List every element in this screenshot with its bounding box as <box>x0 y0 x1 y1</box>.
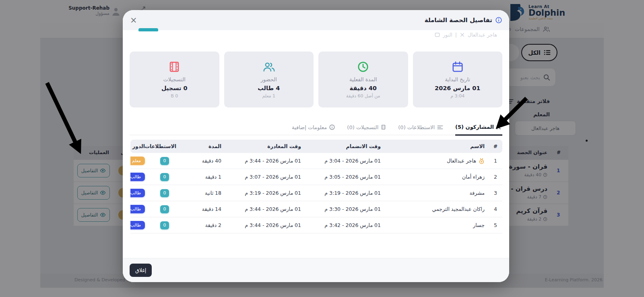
stat-label: الحضور <box>261 76 277 82</box>
col-leave: وقت المغادرة <box>225 140 305 153</box>
col-polls: الاستطلاعات <box>149 140 180 153</box>
tab-extra-info[interactable]: معلومات إضافية <box>292 124 335 135</box>
participant-name-cell: مشرفة <box>389 190 485 196</box>
col-num: # <box>489 140 502 153</box>
participant-num: 4 <box>489 201 502 217</box>
participant-num: 2 <box>489 169 502 185</box>
participant-join: 01 مارس 2026 - 3:30 م <box>305 201 385 217</box>
stat-value: 4 طالب <box>258 85 280 91</box>
screen: Support-Rehab مسؤول Learn At Dolphin منص… <box>0 0 644 297</box>
stat-card-recordings: التسجيلات 0 تسجيل 0 B <box>130 52 219 107</box>
film-small-icon <box>381 124 386 130</box>
participant-name: راكان عبدالمجيد الترجمي <box>432 206 485 212</box>
role-badge: طالب <box>130 221 145 229</box>
participant-leave: 01 مارس 2026 - 3:44 م <box>225 201 305 217</box>
modal-header: تفاصيل الحصة الشاملة × <box>123 10 509 30</box>
stat-card-attendance: الحضور 4 طالب 1 معلم <box>224 52 314 107</box>
film-icon <box>168 61 180 73</box>
stat-sub: 1 معلم <box>262 93 275 99</box>
participant-name-cell: راكان عبدالمجيد الترجمي <box>389 206 485 212</box>
stat-value: 0 تسجيل <box>161 85 188 91</box>
stat-sub: من أصل 60 دقيقة <box>346 93 380 99</box>
stat-label: التسجيلات <box>163 76 186 82</box>
close-button[interactable]: إغلاق <box>130 264 152 277</box>
calendar-icon <box>452 61 464 73</box>
user-icon <box>460 32 465 37</box>
close-icon[interactable]: × <box>130 16 137 25</box>
modal-title: تفاصيل الحصة الشاملة <box>425 16 492 24</box>
tab-label: التسجيلات (0) <box>347 124 378 130</box>
modal-tabs: المشاركون (5) الاستطلاعات (0) التسجيلات … <box>130 124 502 135</box>
participant-num: 5 <box>489 217 502 233</box>
participant-join: 01 مارس 2026 - 3:19 م <box>305 185 385 201</box>
participant-join: 01 مارس 2026 - 3:42 م <box>305 217 385 233</box>
participant-join: 01 مارس 2026 - 3:04 م <box>305 153 385 169</box>
col-duration: المدة <box>180 140 225 153</box>
participant-leave: 01 مارس 2026 - 3:19 م <box>225 185 305 201</box>
tab-participants[interactable]: المشاركون (5) <box>455 124 502 136</box>
participant-row: 3 مشرفة 01 مارس 2026 - 3:19 م 01 مارس 20… <box>130 185 502 201</box>
participant-name: جسار <box>473 222 485 228</box>
participant-duration: 14 دقيقة <box>180 201 225 217</box>
col-join: وقت الانضمام <box>305 140 385 153</box>
subtitle-separator: | <box>455 32 457 38</box>
stat-card-actual-duration: المدة الفعلية 40 دقيقة من أصل 60 دقيقة <box>318 52 408 107</box>
participants-header-row: # الاسم وقت الانضمام وقت المغادرة المدة … <box>130 140 502 153</box>
participants-table: # الاسم وقت الانضمام وقت المغادرة المدة … <box>130 140 502 233</box>
users-icon <box>262 61 275 73</box>
role-badge: طالب <box>130 189 145 197</box>
participant-leave: 01 مارس 2026 - 3:44 م <box>225 153 305 169</box>
participant-duration: 40 دقيقة <box>180 153 225 169</box>
participant-row: 2 زهراء أمان 01 مارس 2026 - 3:05 م 01 ما… <box>130 169 502 185</box>
participant-name-cell: زهراء أمان <box>389 174 485 180</box>
participant-name-cell: جسار <box>389 222 485 228</box>
participant-name-cell: هاجر عبدالعال <box>389 158 485 164</box>
stat-sub: 3:04 م <box>450 93 464 99</box>
participants-icon <box>496 124 502 130</box>
participant-duration: 2 دقيقة <box>180 217 225 233</box>
polls-badge: 0 <box>160 189 169 197</box>
tab-polls[interactable]: الاستطلاعات (0) <box>398 124 443 135</box>
participant-duration: 18 ثانية <box>180 185 225 201</box>
tab-label: المشاركون (5) <box>455 124 494 130</box>
polls-badge: 0 <box>160 157 169 165</box>
stat-label: تاريخ البداية <box>445 76 470 82</box>
polls-icon <box>437 125 443 130</box>
medal-icon <box>479 158 485 164</box>
participant-num: 1 <box>489 153 502 169</box>
stat-value: 40 دقيقة <box>350 85 377 91</box>
participant-row: 4 راكان عبدالمجيد الترجمي 01 مارس 2026 -… <box>130 201 502 217</box>
role-badge: طالب <box>130 173 145 181</box>
modal-footer: إغلاق <box>123 258 509 282</box>
participant-row: 1 هاجر عبدالعال 01 مارس 2026 - 3:04 م 01… <box>130 153 502 169</box>
tab-label: الاستطلاعات (0) <box>398 124 435 130</box>
role-badge: معلم <box>130 157 145 165</box>
polls-badge: 0 <box>160 173 169 181</box>
participant-leave: 01 مارس 2026 - 3:07 م <box>225 169 305 185</box>
participant-num: 3 <box>489 185 502 201</box>
tab-recordings[interactable]: التسجيلات (0) <box>347 124 386 135</box>
board-icon <box>435 32 440 37</box>
participant-join: 01 مارس 2026 - 3:05 م <box>305 169 385 185</box>
polls-badge: 0 <box>160 205 169 213</box>
stat-label: المدة الفعلية <box>349 76 377 82</box>
participant-leave: 01 مارس 2026 - 3:44 م <box>225 217 305 233</box>
role-badge: طالب <box>130 205 145 213</box>
session-details-modal: تفاصيل الحصة الشاملة × هاجر عبدالعال | ا… <box>123 10 509 282</box>
modal-subtitle: هاجر عبدالعال | النور <box>435 32 497 38</box>
participant-duration: 1 دقيقة <box>180 169 225 185</box>
tab-label: معلومات إضافية <box>292 124 327 130</box>
col-name: الاسم <box>385 140 489 153</box>
participant-name: زهراء أمان <box>462 174 485 180</box>
participant-name: مشرفة <box>470 190 485 196</box>
clock-icon <box>357 61 369 73</box>
polls-badge: 0 <box>160 221 169 229</box>
info-small-icon <box>329 124 335 130</box>
stat-sub: 0 B <box>171 93 178 99</box>
info-icon <box>495 17 502 23</box>
stat-value: 01 مارس 2026 <box>435 85 480 91</box>
stat-cards: تاريخ البداية 01 مارس 2026 3:04 م المدة … <box>130 52 502 107</box>
participant-row: 5 جسار 01 مارس 2026 - 3:42 م 01 مارس 202… <box>130 217 502 233</box>
subtitle-group: النور <box>443 32 452 38</box>
scrolled-button-sliver <box>138 28 158 31</box>
